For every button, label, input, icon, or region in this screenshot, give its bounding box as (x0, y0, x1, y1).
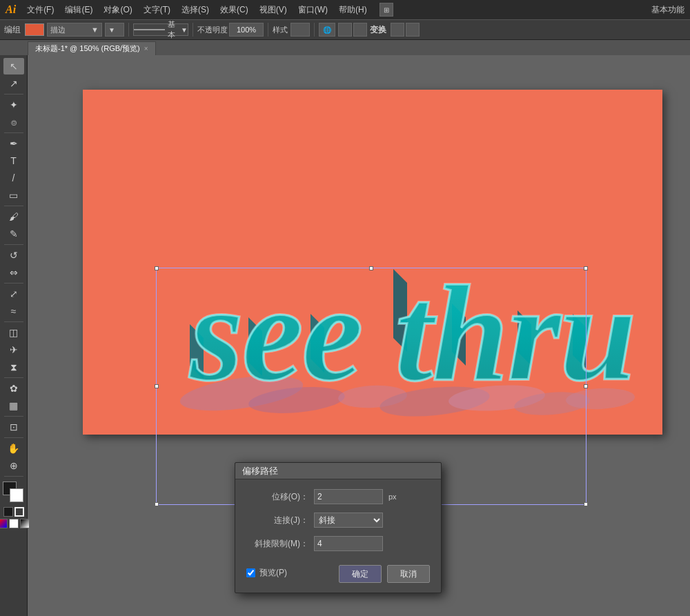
lasso-tool-btn[interactable]: ⌾ (3, 114, 24, 130)
symbol-tool-btn[interactable]: ✿ (3, 380, 24, 397)
none-icon[interactable] (9, 519, 19, 528)
selection-tool-btn[interactable]: ↖ (3, 58, 24, 74)
toolbar-separator-4 (314, 23, 315, 37)
tool-separator-6 (4, 321, 23, 322)
opacity-control: 不透明度 (197, 23, 264, 37)
rotate-tool-btn[interactable]: ↺ (3, 247, 24, 264)
preview-label[interactable]: 预览(P) (259, 567, 287, 579)
color-swatches-area (3, 481, 25, 504)
dialog-title-bar[interactable]: 偏移路径 (235, 463, 441, 479)
blend-tool-btn[interactable]: ⧗ (3, 359, 24, 375)
miter-row: 斜接限制(M)： (246, 536, 430, 551)
magic-wand-tool-btn[interactable]: ✦ (3, 97, 24, 113)
tab-bar: 未标题-1* @ 150% (RGB/预览) × (28, 40, 156, 55)
ok-button[interactable]: 确定 (339, 565, 382, 583)
tools-panel: ↖ ↗ ✦ ⌾ ✒ T / ▭ 🖌 ✎ ↺ ⇔ ⤢ ≈ ◫ ✈ ⧗ ✿ ▦ ⊡ … (0, 55, 28, 616)
offset-path-dialog: 偏移路径 位移(O)： px 连接(J)： 斜接 圆角 斜角 斜接限制(M)： (235, 462, 442, 593)
menu-bar: Ai 文件(F) 编辑(E) 对象(O) 文字(T) 选择(S) 效果(C) 视… (0, 0, 690, 19)
options-icon[interactable]: ⊞ (379, 3, 393, 17)
tool-separator-9 (4, 437, 23, 438)
dialog-bottom-row: 预览(P) 确定 取消 (246, 562, 430, 583)
preview-checkbox[interactable] (246, 568, 255, 577)
menu-window[interactable]: 窗口(W) (294, 3, 332, 17)
view-controls (338, 23, 367, 37)
fill-stroke-toggles (3, 507, 24, 517)
miter-input[interactable] (314, 536, 383, 551)
tool-separator-1 (4, 94, 23, 95)
artboard: see thru see thru see thru (83, 90, 662, 435)
workspace-label: 基本功能 (651, 4, 684, 16)
cancel-button[interactable]: 取消 (387, 565, 430, 583)
warp-tool-btn[interactable]: ≈ (3, 303, 24, 319)
tab-close-btn[interactable]: × (144, 45, 148, 52)
handle-bottom-right[interactable] (584, 502, 588, 506)
document-tab[interactable]: 未标题-1* @ 150% (RGB/预览) × (28, 41, 156, 55)
menu-file[interactable]: 文件(F) (23, 3, 58, 17)
scale-tool-btn[interactable]: ⤢ (3, 286, 24, 302)
view-btn-2[interactable] (353, 23, 367, 37)
menu-view[interactable]: 视图(V) (255, 3, 291, 17)
transform-controls (391, 23, 420, 37)
tool-separator-10 (4, 476, 23, 477)
fill-toggle[interactable] (3, 507, 13, 517)
control-bar: 编组 描边 ▼ ▼ 基本 ▼ 不透明度 样式 🌐 变换 (0, 19, 690, 40)
fill-color-box[interactable] (25, 23, 44, 36)
preview-row: 预览(P) (246, 567, 287, 579)
tab-title: 未标题-1* @ 150% (RGB/预览) (35, 43, 140, 54)
offset-row: 位移(O)： px (246, 489, 430, 504)
zoom-tool-btn[interactable]: ⊕ (3, 457, 24, 474)
menu-object[interactable]: 对象(O) (99, 3, 136, 17)
menu-effect[interactable]: 效果(C) (216, 3, 253, 17)
graph-tool-btn[interactable]: ▦ (3, 397, 24, 414)
view-btn-1[interactable] (338, 23, 352, 37)
style-label: 样式 (273, 25, 288, 35)
dialog-buttons: 确定 取消 (339, 565, 430, 583)
tool-separator-8 (4, 416, 23, 417)
direct-selection-tool-btn[interactable]: ↗ (3, 75, 24, 92)
dialog-body: 位移(O)： px 连接(J)： 斜接 圆角 斜角 斜接限制(M)： 预览(P) (235, 479, 441, 593)
gradient-tool-btn[interactable]: ◫ (3, 324, 24, 341)
offset-unit: px (388, 493, 397, 501)
tool-separator-7 (4, 377, 23, 378)
menu-select[interactable]: 选择(S) (177, 3, 213, 17)
join-select[interactable]: 斜接 圆角 斜角 (314, 513, 383, 528)
menu-help[interactable]: 帮助(H) (335, 3, 371, 17)
svg-text:see thru: see thru (188, 257, 635, 409)
handle-bottom-left[interactable] (155, 502, 159, 506)
offset-input[interactable] (314, 489, 383, 504)
expand-btn[interactable] (406, 23, 420, 37)
toolbar-separator-3 (268, 23, 268, 37)
mirror-tool-btn[interactable]: ⇔ (3, 264, 24, 281)
transform-label: 变换 (370, 24, 386, 36)
arrange-btn[interactable] (391, 23, 404, 37)
menu-edit[interactable]: 编辑(E) (61, 3, 97, 17)
paintbrush-tool-btn[interactable]: 🖌 (3, 208, 24, 225)
color-mode-icon[interactable] (0, 519, 8, 528)
tool-separator-2 (4, 132, 23, 133)
style-box[interactable] (290, 23, 310, 37)
gradient-icon[interactable] (20, 519, 30, 528)
eyedropper-tool-btn[interactable]: ✈ (3, 341, 24, 358)
stroke-dropdown[interactable]: ▼ (105, 23, 124, 37)
pen-tool-btn[interactable]: ✒ (3, 135, 24, 152)
line-tool-btn[interactable]: / (3, 170, 24, 186)
pencil-tool-btn[interactable]: ✎ (3, 226, 24, 242)
toolbar-separator-1 (128, 23, 129, 37)
describe-select[interactable]: 描边 ▼ (47, 23, 102, 37)
toolbar-separator-2 (193, 23, 193, 37)
color-mode-btns (0, 519, 30, 528)
join-label: 连接(J)： (246, 515, 308, 526)
tool-separator-3 (4, 206, 23, 206)
stroke-toggle[interactable] (14, 507, 24, 517)
background-color[interactable] (10, 488, 23, 502)
type-tool-btn[interactable]: T (3, 152, 24, 169)
menu-text[interactable]: 文字(T) (139, 3, 175, 17)
artboard-tool-btn[interactable]: ⊡ (3, 419, 24, 435)
opacity-input[interactable] (229, 23, 264, 37)
hand-tool-btn[interactable]: ✋ (3, 440, 24, 457)
stroke-preview[interactable]: 基本 ▼ (133, 23, 188, 36)
dialog-title: 偏移路径 (242, 465, 278, 477)
globe-icon[interactable]: 🌐 (319, 23, 335, 37)
rectangle-tool-btn[interactable]: ▭ (3, 187, 24, 203)
join-row: 连接(J)： 斜接 圆角 斜角 (246, 513, 430, 528)
